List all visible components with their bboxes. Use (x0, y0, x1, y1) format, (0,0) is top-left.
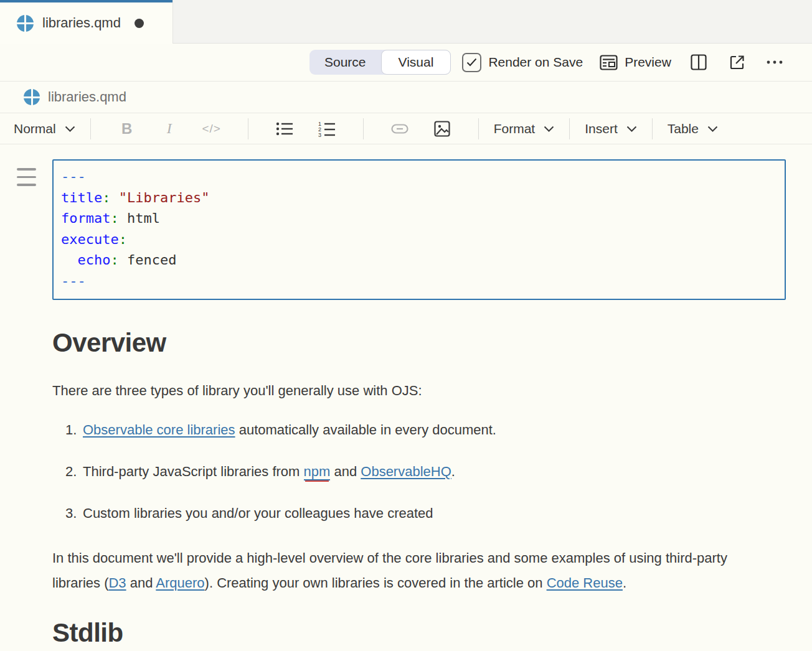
insert-menu[interactable]: Insert (585, 121, 637, 136)
quarto-file-icon (17, 15, 34, 32)
yaml-token-colon: : (119, 232, 127, 247)
inline-link[interactable]: D3 (108, 575, 126, 591)
numbered-list-button[interactable]: 1 2 3 (306, 121, 348, 137)
list-number: 1. (65, 421, 77, 439)
yaml-line: format: html (61, 208, 777, 229)
toolbar-separator (248, 118, 248, 139)
image-button[interactable] (421, 121, 463, 137)
format-toolbar: Normal B I </> 1 2 3 (0, 113, 812, 144)
bold-button[interactable]: B (106, 120, 148, 138)
text-run: and (330, 464, 361, 479)
code-icon: </> (202, 122, 220, 136)
list-number: 3. (65, 504, 77, 523)
text-run: and (126, 575, 156, 591)
bulleted-list-button[interactable] (263, 121, 306, 136)
block-drag-handle[interactable] (17, 168, 36, 192)
editor-toolbar: Source Visual Render on Save Preview (0, 44, 812, 82)
render-on-save-checkbox[interactable] (462, 53, 481, 72)
text-run: Custom libraries you and/or your colleag… (83, 505, 433, 521)
tab-title: libraries.qmd (42, 15, 121, 31)
list-item[interactable]: 3. Custom libraries you and/or your coll… (52, 504, 786, 523)
breadcrumb: libraries.qmd (0, 82, 812, 113)
link-icon (391, 124, 408, 134)
quarto-visual-editor-window: libraries.qmd Source Visual Render on Sa… (0, 0, 812, 648)
block-format-dropdown[interactable]: Normal (14, 121, 75, 136)
list-item-text: Custom libraries you and/or your colleag… (83, 505, 433, 521)
yaml-token-string: "Libraries" (119, 190, 210, 205)
yaml-token-delim: --- (61, 169, 86, 184)
block-format-label: Normal (14, 121, 56, 136)
yaml-token-key: format (61, 210, 110, 226)
editor-mode-toggle: Source Visual (309, 50, 451, 75)
more-actions-button[interactable] (766, 60, 783, 65)
yaml-token-key: title (61, 190, 102, 205)
split-editor-button[interactable] (691, 54, 707, 70)
inline-link[interactable]: Observable core libraries (83, 422, 235, 438)
split-editor-icon (691, 54, 707, 70)
yaml-token-plain: fenced (127, 252, 176, 268)
open-external-button[interactable] (729, 54, 745, 70)
yaml-token-key: execute (61, 232, 119, 247)
italic-button[interactable]: I (148, 120, 191, 137)
toolbar-separator (90, 118, 91, 139)
toolbar-separator (478, 118, 479, 139)
yaml-token-key: echo (78, 252, 111, 268)
list-item[interactable]: 2. Third-party JavaScript libraries from… (52, 462, 786, 481)
toolbar-separator (569, 118, 570, 139)
render-on-save-label: Render on Save (488, 55, 583, 70)
inline-link[interactable]: Code Reuse (547, 575, 623, 591)
breadcrumb-filename[interactable]: libraries.qmd (48, 89, 126, 105)
bold-icon: B (121, 120, 132, 138)
yaml-line: title: "Libraries" (61, 187, 777, 208)
drag-handle-line (17, 176, 36, 179)
yaml-line: --- (61, 166, 777, 187)
text-run: ). Creating your own libraries is covere… (205, 575, 547, 591)
heading-stdlib[interactable]: Stdlib (52, 618, 786, 648)
toolbar-separator (363, 118, 364, 139)
bulleted-list-icon (276, 121, 293, 136)
format-menu-label: Format (494, 121, 536, 136)
unsaved-changes-dot[interactable] (135, 19, 144, 28)
tab-libraries-qmd[interactable]: libraries.qmd (0, 0, 172, 44)
svg-text:3: 3 (318, 132, 321, 137)
library-types-list: 1. Observable core libraries automatical… (52, 421, 786, 523)
heading-overview[interactable]: Overview (52, 328, 786, 358)
preview-button[interactable]: Preview (600, 55, 671, 70)
yaml-front-matter-block[interactable]: ---title: "Libraries"format: htmlexecute… (52, 159, 786, 300)
italic-icon: I (167, 120, 172, 137)
preview-label: Preview (625, 55, 671, 70)
yaml-token-colon: : (110, 210, 127, 226)
tab-bar: libraries.qmd (0, 0, 812, 44)
body-paragraph[interactable]: In this document we'll provide a high-le… (52, 546, 767, 596)
chevron-down-icon (626, 126, 637, 132)
text-run: . (451, 464, 455, 479)
yaml-line: --- (61, 271, 777, 292)
open-external-icon (729, 54, 745, 70)
code-button[interactable]: </> (191, 122, 233, 136)
inline-link[interactable]: npm (304, 464, 331, 480)
format-menu[interactable]: Format (494, 121, 555, 136)
chevron-down-icon (65, 126, 75, 132)
preview-icon (600, 55, 618, 70)
table-menu[interactable]: Table (668, 121, 718, 136)
list-item[interactable]: 1. Observable core libraries automatical… (52, 421, 786, 439)
ellipsis-icon (766, 60, 783, 65)
image-icon (434, 121, 450, 137)
visual-mode-button[interactable]: Visual (381, 50, 451, 75)
link-button[interactable] (379, 124, 421, 134)
list-item-text: Observable core libraries automatically … (83, 422, 496, 438)
insert-menu-label: Insert (585, 121, 618, 136)
chevron-down-icon (544, 126, 554, 132)
intro-paragraph[interactable]: There are three types of library you'll … (52, 383, 786, 399)
inline-link[interactable]: ObservableHQ (361, 464, 451, 479)
document-editor-canvas[interactable]: ---title: "Libraries"format: htmlexecute… (0, 144, 812, 648)
yaml-token-delim: --- (61, 273, 86, 289)
yaml-line: echo: fenced (61, 250, 777, 271)
table-menu-label: Table (668, 121, 699, 136)
inline-link[interactable]: Arquero (156, 575, 204, 591)
yaml-token-colon: : (110, 252, 127, 268)
source-mode-button[interactable]: Source (309, 50, 381, 75)
yaml-token-plain (61, 252, 78, 268)
tab-bar-empty-area (172, 0, 812, 44)
yaml-token-colon: : (102, 190, 119, 205)
